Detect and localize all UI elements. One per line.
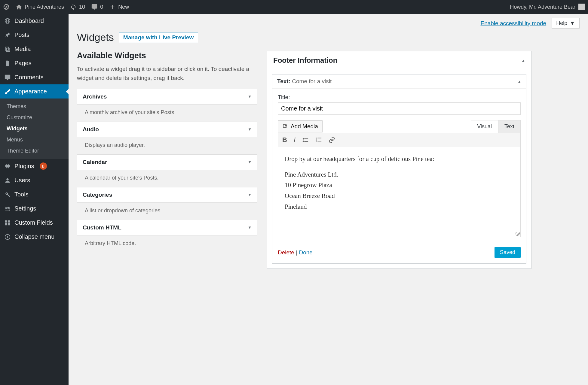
user-icon [4,177,11,184]
menu-appearance[interactable]: Appearance [0,84,69,99]
wp-logo[interactable] [3,4,10,10]
live-preview-button[interactable]: Manage with Live Preview [119,32,198,43]
pushpin-icon [4,32,11,38]
editor-content[interactable]: Drop by at our headquarters for a cup of… [278,147,521,237]
svg-point-1 [6,208,7,209]
submenu-themes[interactable]: Themes [0,101,69,112]
chevron-up-icon: ▲ [517,79,521,84]
svg-text:3: 3 [316,140,317,142]
available-widgets-desc: To activate a widget drag it to a sideba… [77,65,257,83]
update-icon [70,4,77,10]
plugins-update-badge: 6 [40,162,47,170]
menu-tools[interactable]: Tools [0,187,69,202]
svg-point-5 [303,138,304,139]
collapse-icon [4,234,11,240]
menu-settings[interactable]: Settings [0,202,69,216]
admin-sidebar: Dashboard Posts Media Pages Comments App… [0,14,69,385]
bullet-list-button[interactable] [302,137,309,143]
available-widget-categories[interactable]: Categories ▼ [77,187,257,203]
svg-point-7 [303,139,304,141]
comments-link[interactable]: 0 [91,4,103,10]
widget-instance-header[interactable]: Text: Come for a visit ▲ [272,74,526,89]
svg-rect-10 [304,141,308,142]
site-name-link[interactable]: Pine Adventures [16,4,64,10]
available-widget-archives[interactable]: Archives ▼ [77,89,257,105]
numbered-list-button[interactable]: 123 [315,137,322,143]
svg-rect-14 [317,140,321,140]
menu-dashboard[interactable]: Dashboard [0,14,69,28]
menu-custom-fields[interactable]: Custom Fields [0,216,69,230]
accessibility-mode-link[interactable]: Enable accessibility mode [481,20,547,27]
comments-count: 0 [100,4,103,10]
resize-handle[interactable] [516,232,520,236]
avatar[interactable] [578,4,585,10]
main-content: Enable accessibility mode Help ▼ Widgets… [69,14,588,385]
done-link[interactable]: Done [299,249,312,256]
link-icon [329,137,335,143]
saved-button[interactable]: Saved [495,247,521,258]
svg-point-9 [303,141,304,142]
menu-comments[interactable]: Comments [0,70,69,84]
chevron-down-icon: ▼ [248,127,252,132]
comment-icon [91,4,98,10]
svg-point-2 [9,209,10,211]
submenu-menus[interactable]: Menus [0,134,69,145]
delete-link[interactable]: Delete [278,249,294,256]
widget-desc: Displays an audio player. [77,137,257,154]
page-icon [4,60,11,67]
chevron-down-icon: ▼ [248,94,252,99]
tab-text[interactable]: Text [498,120,521,133]
chevron-down-icon: ▼ [570,20,575,26]
bold-button[interactable]: B [282,136,287,144]
widget-instance-text: Text: Come for a visit ▲ Title: [272,74,526,264]
add-media-button[interactable]: Add Media [278,120,323,132]
site-name: Pine Adventures [25,4,64,10]
widget-area-panel: Footer Information ▲ Text: Come for a vi… [267,51,531,269]
new-link[interactable]: New [109,4,129,10]
link-button[interactable] [329,137,335,143]
brush-icon [4,88,11,95]
plugin-icon [4,163,11,169]
submenu-customize[interactable]: Customize [0,112,69,123]
grid-icon [4,220,11,226]
sliders-icon [4,205,11,212]
updates-link[interactable]: 10 [70,4,85,10]
plus-icon [109,4,116,10]
appearance-submenu: Themes Customize Widgets Menus Theme Edi… [0,99,69,159]
svg-point-0 [8,207,9,208]
chevron-down-icon: ▼ [248,225,252,230]
home-icon [16,4,22,10]
widget-desc: A monthly archive of your site's Posts. [77,105,257,122]
italic-button[interactable]: I [294,136,296,144]
menu-pages[interactable]: Pages [0,56,69,70]
menu-posts[interactable]: Posts [0,28,69,42]
svg-rect-8 [304,140,308,140]
help-button[interactable]: Help ▼ [552,18,580,29]
submenu-theme-editor[interactable]: Theme Editor [0,145,69,156]
available-widget-calendar[interactable]: Calendar ▼ [77,154,257,170]
new-label: New [118,4,129,10]
wordpress-icon [3,4,10,10]
comment-icon [4,74,11,81]
dashboard-icon [4,18,11,24]
widget-area-header[interactable]: Footer Information ▲ [267,51,531,69]
menu-media[interactable]: Media [0,42,69,56]
available-widgets-title: Available Widgets [77,51,257,60]
available-widget-custom-html[interactable]: Custom HTML ▼ [77,220,257,235]
chevron-down-icon: ▼ [248,192,252,197]
list-ul-icon [302,137,309,143]
available-widget-audio[interactable]: Audio ▼ [77,122,257,137]
submenu-widgets[interactable]: Widgets [0,123,69,134]
admin-bar: Pine Adventures 10 0 New Howdy, Mr. Adve… [0,0,588,14]
svg-rect-16 [317,142,321,142]
howdy-text[interactable]: Howdy, Mr. Adventure Bear [510,4,575,10]
title-input[interactable] [278,102,521,115]
widget-desc: A list or dropdown of categories. [77,203,257,220]
menu-collapse[interactable]: Collapse menu [0,230,69,244]
menu-plugins[interactable]: Plugins 6 [0,159,69,173]
updates-count: 10 [79,4,85,10]
page-title: Widgets [77,32,114,43]
tab-visual[interactable]: Visual [471,120,498,133]
title-label: Title: [278,94,521,101]
menu-users[interactable]: Users [0,173,69,187]
